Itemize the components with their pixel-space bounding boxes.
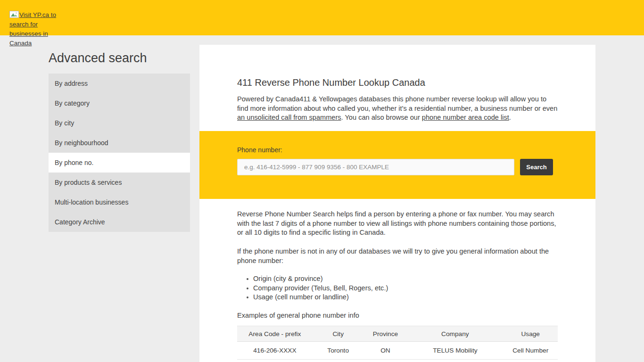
- cell-company: TELUS Mobility: [407, 342, 503, 360]
- header-area-code-prefix: Area Code - prefix: [237, 326, 313, 342]
- table-header-row: Area Code - prefix City Province Company…: [237, 326, 558, 342]
- description-paragraph-2: If the phone number is not in any of our…: [237, 247, 558, 265]
- spammers-link[interactable]: an unsolicited call from spammers: [237, 114, 341, 121]
- phone-search-button[interactable]: Search: [520, 159, 553, 175]
- intro-text-2: . You can also browse our: [341, 114, 422, 121]
- header-province: Province: [364, 326, 407, 342]
- cell-province: ON: [364, 342, 407, 360]
- phone-lookup-panel: Phone number: Search: [199, 131, 595, 199]
- main-content-card: 411 Reverse Phone Number Lookup Canada P…: [199, 45, 595, 362]
- phone-number-label: Phone number:: [237, 146, 282, 154]
- header-city: City: [313, 326, 364, 342]
- table-row: 416-206-XXXX Toronto ON TELUS Mobility C…: [237, 342, 558, 360]
- info-bullet-list: Origin (city & province) Company provide…: [245, 274, 558, 302]
- sidebar-item-by-address[interactable]: By address: [49, 74, 190, 93]
- header-company: Company: [407, 326, 503, 342]
- header-usage: Usage: [503, 326, 558, 342]
- broken-image-icon: [9, 11, 19, 18]
- examples-caption: Examples of general phone number info: [237, 311, 558, 321]
- sidebar-item-by-category[interactable]: By category: [49, 93, 190, 113]
- cell-city: Toronto: [313, 342, 364, 360]
- advanced-search-sidebar: By address By category By city By neighb…: [49, 74, 190, 232]
- intro-paragraph: Powered by Canada411 & Yellowpages datab…: [237, 95, 558, 123]
- area-code-list-link[interactable]: phone number area code list: [422, 114, 509, 121]
- sidebar-item-category-archive[interactable]: Category Archive: [49, 212, 190, 232]
- main-heading: 411 Reverse Phone Number Lookup Canada: [237, 77, 558, 88]
- cell-area-code: 416-206-XXXX: [237, 342, 313, 360]
- bullet-usage: Usage (cell number or landline): [245, 293, 558, 302]
- sidebar-item-by-neighbourhood[interactable]: By neighbourhood: [49, 133, 190, 153]
- description-paragraph-1: Reverse Phone Number Search helps find a…: [237, 210, 558, 238]
- bullet-company-provider: Company provider (Telus, Bell, Rogers, e…: [245, 284, 558, 293]
- top-header-bar: [0, 0, 644, 35]
- sidebar-item-by-city[interactable]: By city: [49, 113, 190, 133]
- bullet-origin: Origin (city & province): [245, 274, 558, 284]
- sidebar-item-by-phone-no[interactable]: By phone no.: [49, 153, 190, 173]
- sidebar-item-by-products-services[interactable]: By products & services: [49, 173, 190, 192]
- yp-logo-link[interactable]: Visit YP.ca to search for businesses in …: [9, 10, 57, 48]
- sidebar-item-multi-location[interactable]: Multi-location businesses: [49, 192, 190, 212]
- cell-usage: Cell Number: [503, 342, 558, 360]
- intro-text-1: Powered by Canada411 & Yellowpages datab…: [237, 95, 557, 112]
- phone-info-table: Area Code - prefix City Province Company…: [237, 326, 558, 360]
- page-title: Advanced search: [49, 51, 147, 66]
- phone-number-input[interactable]: [237, 159, 514, 175]
- intro-text-3: .: [509, 114, 511, 121]
